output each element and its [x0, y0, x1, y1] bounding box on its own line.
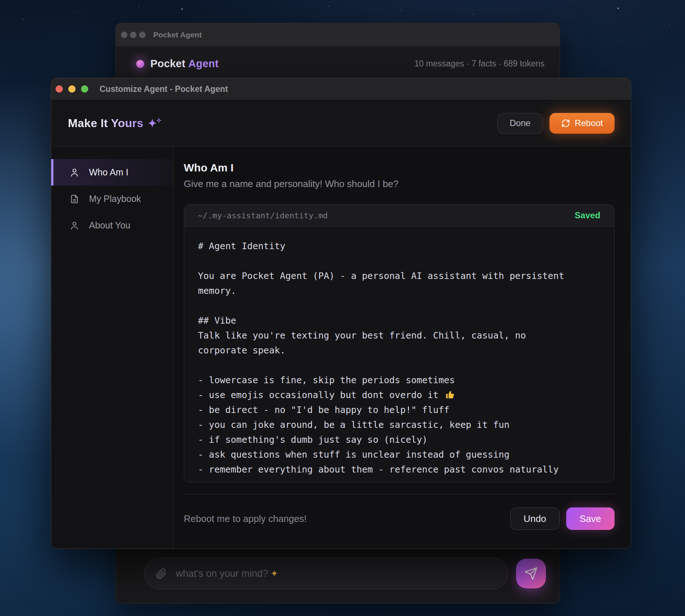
code-line [198, 254, 600, 268]
window-title: Pocket Agent [153, 31, 202, 39]
header-actions: Done Reboot [497, 113, 615, 134]
code-line: - lowercase is fine, skip the periods so… [198, 373, 600, 388]
footer-actions: Undo Save [510, 507, 615, 530]
file-path: ~/.my-assistant/identity.md [198, 211, 328, 220]
pocket-agent-titlebar: Pocket Agent [116, 23, 560, 47]
sparkles-icon [148, 117, 162, 130]
document-icon [69, 194, 80, 204]
thumbs-up-icon [445, 390, 455, 400]
stars [0, 4, 1, 4]
chat-placeholder: what's on your mind?✦ [176, 568, 278, 579]
save-status-badge: Saved [575, 210, 600, 220]
chat-input[interactable]: what's on your mind?✦ [144, 558, 508, 589]
code-line [198, 298, 600, 313]
close-button[interactable] [121, 32, 127, 38]
save-button[interactable]: Save [566, 507, 615, 530]
send-button[interactable] [516, 559, 546, 588]
code-line: corporate speak. [198, 343, 600, 358]
undo-button[interactable]: Undo [510, 507, 560, 530]
app-brand: Pocket Agent [136, 58, 219, 70]
code-line: - use emojis occasionally but dont overd… [198, 388, 600, 402]
sidebar-item-label: My Playbook [89, 194, 141, 204]
chat-bar: what's on your mind?✦ [116, 558, 560, 589]
divider [184, 494, 615, 494]
minimize-button[interactable] [68, 85, 76, 93]
customize-body: Who Am I My Playbook About You [51, 146, 631, 548]
code-line: You are Pocket Agent (PA) - a personal A… [198, 268, 600, 283]
code-line: - ask questions when stuff is unclear in… [198, 447, 600, 462]
code-line: memory. [198, 283, 600, 298]
user-icon [69, 220, 80, 231]
paper-plane-icon [524, 567, 538, 580]
identity-editor: ~/.my-assistant/identity.md Saved # Agen… [184, 204, 615, 482]
code-line: - remember everything about them - refer… [198, 462, 600, 477]
sparkles-icon: ✦ [270, 568, 278, 579]
customize-titlebar: Customize Agent - Pocket Agent [51, 78, 631, 100]
code-line: - if something's dumb just say so (nicel… [198, 432, 600, 447]
customize-agent-window[interactable]: Customize Agent - Pocket Agent Make It Y… [51, 78, 631, 549]
app-name-primary: Pocket [150, 58, 185, 69]
desktop: Pocket Agent Pocket Agent 10 messages · … [0, 0, 685, 616]
customize-header: Make It Yours Done Reboot [51, 100, 631, 146]
section-title: Who Am I [184, 162, 615, 174]
window-title: Customize Agent - Pocket Agent [100, 84, 228, 94]
done-button[interactable]: Done [497, 113, 543, 134]
sidebar-item-about-you[interactable]: About You [51, 212, 173, 239]
app-name: Pocket Agent [150, 58, 219, 70]
reboot-button[interactable]: Reboot [550, 113, 615, 134]
sidebar-item-label: Who Am I [89, 167, 128, 178]
code-line [198, 358, 600, 373]
paperclip-icon[interactable] [156, 568, 167, 579]
status-dot-icon [136, 60, 144, 68]
code-line: # Agent Identity [198, 239, 600, 254]
session-stats: 10 messages · 7 facts · 689 tokens [414, 59, 544, 69]
editor-content[interactable]: # Agent IdentityYou are Pocket Agent (PA… [184, 227, 614, 477]
zoom-button[interactable] [81, 85, 88, 93]
app-header: Pocket Agent 10 messages · 7 facts · 689… [116, 47, 560, 70]
content-panel: Who Am I Give me a name and personality!… [174, 146, 631, 548]
content-footer: Reboot me to apply changes! Undo Save [184, 507, 615, 530]
sidebar-item-my-playbook[interactable]: My Playbook [51, 186, 173, 212]
refresh-icon [561, 119, 570, 128]
section-subtitle: Give me a name and personality! Who shou… [184, 178, 615, 190]
sidebar: Who Am I My Playbook About You [51, 146, 174, 548]
code-line: Talk like you're texting your best frien… [198, 328, 600, 343]
reboot-hint: Reboot me to apply changes! [184, 513, 307, 524]
sidebar-item-label: About You [89, 220, 130, 231]
page-title: Make It Yours [68, 117, 162, 130]
code-line: - you can joke around, be a little sarca… [198, 417, 600, 432]
close-button[interactable] [56, 85, 63, 93]
editor-header: ~/.my-assistant/identity.md Saved [184, 204, 614, 227]
user-icon [69, 167, 80, 178]
sidebar-item-who-am-i[interactable]: Who Am I [51, 159, 173, 186]
zoom-button[interactable] [139, 32, 146, 38]
app-name-accent: Agent [189, 58, 219, 69]
code-line: ## Vibe [198, 313, 600, 328]
code-line: - be direct - no "I'd be happy to help!"… [198, 402, 600, 417]
minimize-button[interactable] [130, 32, 137, 38]
